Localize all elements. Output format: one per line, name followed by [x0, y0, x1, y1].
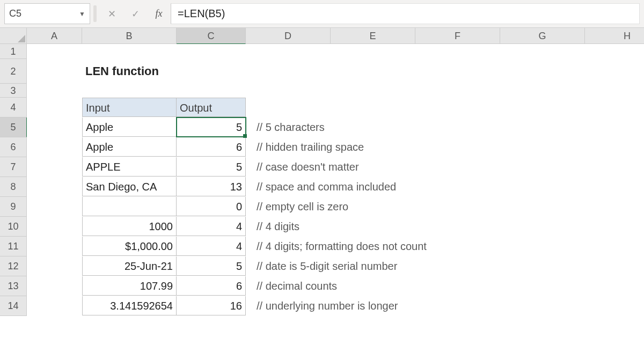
fx-icon[interactable]: fx: [147, 3, 171, 24]
cell-H3[interactable]: [585, 84, 644, 98]
cell-B10[interactable]: 1000: [82, 217, 177, 236]
row-head-8[interactable]: 8: [0, 177, 27, 197]
cell-C2[interactable]: [177, 59, 246, 84]
cell-B6[interactable]: Apple: [82, 137, 177, 157]
cell-D9[interactable]: // empty cell is zero: [246, 197, 644, 216]
cell-B13[interactable]: 107.99: [82, 276, 177, 296]
row-head-6[interactable]: 6: [0, 137, 27, 157]
cell-B5[interactable]: Apple: [82, 117, 177, 137]
cell-A12[interactable]: [27, 256, 82, 276]
cell-A10[interactable]: [27, 217, 82, 236]
cell-F4[interactable]: [415, 98, 500, 117]
cell-C13[interactable]: 6: [177, 276, 246, 296]
row-head-1[interactable]: 1: [0, 44, 27, 59]
cell-B8[interactable]: San Diego, CA: [82, 177, 177, 196]
col-head-D[interactable]: D: [246, 28, 331, 44]
cell-A4[interactable]: [27, 98, 82, 117]
row-head-12[interactable]: 12: [0, 256, 27, 276]
cell-D2[interactable]: [246, 59, 331, 84]
cell-B7[interactable]: APPLE: [82, 157, 177, 177]
chevron-down-icon[interactable]: ▼: [79, 10, 85, 18]
cell-C5[interactable]: 5: [177, 117, 246, 137]
col-head-A[interactable]: A: [27, 28, 82, 44]
cell-D11[interactable]: // 4 digits; formatting does not count: [246, 237, 644, 256]
row-head-2[interactable]: 2: [0, 59, 27, 84]
cell-E1[interactable]: [331, 44, 415, 59]
col-head-G[interactable]: G: [500, 28, 585, 44]
cell-H4[interactable]: [585, 98, 644, 117]
cell-B1[interactable]: [82, 44, 177, 59]
cell-G2[interactable]: [500, 59, 585, 84]
cell-C3[interactable]: [177, 84, 246, 98]
cell-A7[interactable]: [27, 157, 82, 177]
cell-C7[interactable]: 5: [177, 157, 246, 177]
col-head-B[interactable]: B: [82, 28, 177, 44]
cell-D10[interactable]: // 4 digits: [246, 217, 644, 236]
cell-A11[interactable]: [27, 237, 82, 256]
cell-E4[interactable]: [331, 98, 415, 117]
cell-E3[interactable]: [331, 84, 415, 98]
cell-C6[interactable]: 6: [177, 137, 246, 157]
cell-G1[interactable]: [500, 44, 585, 59]
cell-A5[interactable]: [27, 117, 82, 137]
cell-A2[interactable]: [27, 59, 82, 84]
cell-D1[interactable]: [246, 44, 331, 59]
col-head-E[interactable]: E: [331, 28, 415, 44]
cell-A6[interactable]: [27, 137, 82, 157]
cell-D8[interactable]: // space and comma included: [246, 177, 644, 196]
table-header-output[interactable]: Output: [177, 98, 246, 117]
row-head-3[interactable]: 3: [0, 84, 27, 98]
cell-H1[interactable]: [585, 44, 644, 59]
row-head-13[interactable]: 13: [0, 276, 27, 296]
enter-icon[interactable]: ✓: [123, 3, 147, 24]
row-head-10[interactable]: 10: [0, 217, 27, 237]
cell-G3[interactable]: [500, 84, 585, 98]
row-head-11[interactable]: 11: [0, 237, 27, 256]
row-head-9[interactable]: 9: [0, 197, 27, 217]
table-header-input[interactable]: Input: [82, 98, 177, 117]
select-all-corner[interactable]: [0, 28, 27, 44]
cell-D13[interactable]: // decimal counts: [246, 276, 644, 296]
cell-C12[interactable]: 5: [177, 256, 246, 276]
cell-H2[interactable]: [585, 59, 644, 84]
cell-D4[interactable]: [246, 98, 331, 117]
cell-A9[interactable]: [27, 197, 82, 216]
cell-A8[interactable]: [27, 177, 82, 196]
cell-B12[interactable]: 25-Jun-21: [82, 256, 177, 276]
cell-C10[interactable]: 4: [177, 217, 246, 236]
cell-D12[interactable]: // date is 5-digit serial number: [246, 256, 644, 276]
page-title[interactable]: LEN function: [82, 59, 177, 84]
cell-F1[interactable]: [415, 44, 500, 59]
cell-A14[interactable]: [27, 296, 82, 315]
cell-A1[interactable]: [27, 44, 82, 59]
cell-B14[interactable]: 3.141592654: [82, 296, 177, 315]
cell-D3[interactable]: [246, 84, 331, 98]
cell-D7[interactable]: // case doesn't matter: [246, 157, 644, 177]
cell-F2[interactable]: [415, 59, 500, 84]
cell-C1[interactable]: [177, 44, 246, 59]
cancel-icon[interactable]: ✕: [100, 3, 123, 24]
row-head-5[interactable]: 5: [0, 117, 27, 137]
cell-E2[interactable]: [331, 59, 415, 84]
cell-D5[interactable]: // 5 characters: [246, 117, 644, 137]
name-box[interactable]: C5 ▼: [4, 3, 90, 24]
formula-input[interactable]: =LEN(B5): [171, 3, 640, 24]
cell-C14[interactable]: 16: [177, 296, 246, 315]
row-head-14[interactable]: 14: [0, 296, 27, 316]
col-head-H[interactable]: H: [585, 28, 644, 44]
cell-C11[interactable]: 4: [177, 237, 246, 256]
col-head-F[interactable]: F: [415, 28, 500, 44]
cell-G4[interactable]: [500, 98, 585, 117]
col-head-C[interactable]: C: [177, 28, 246, 44]
cell-C9[interactable]: 0: [177, 197, 246, 216]
cell-F3[interactable]: [415, 84, 500, 98]
cell-C8[interactable]: 13: [177, 177, 246, 196]
cell-A13[interactable]: [27, 276, 82, 296]
spreadsheet-grid[interactable]: A B C D E F G H 1 2 LEN function 3 4 Inp…: [0, 28, 644, 316]
cell-B11[interactable]: $1,000.00: [82, 237, 177, 256]
cell-B3[interactable]: [82, 84, 177, 98]
cell-D6[interactable]: // hidden trailing space: [246, 137, 644, 157]
cell-A3[interactable]: [27, 84, 82, 98]
row-head-7[interactable]: 7: [0, 157, 27, 177]
cell-D14[interactable]: // underlying number is longer: [246, 296, 644, 315]
